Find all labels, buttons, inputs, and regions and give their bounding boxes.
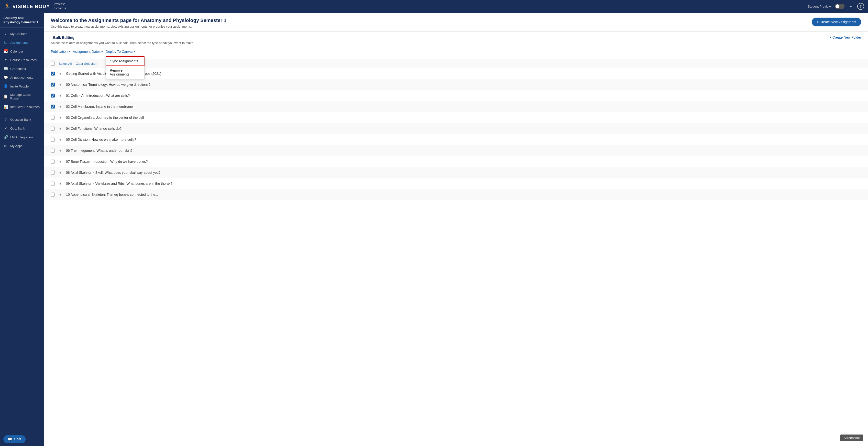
sidebar-item-gradebook[interactable]: 📖 Gradebook [0, 64, 44, 73]
row-expand-icon[interactable]: + [58, 192, 63, 197]
assignment-row: +02 Cell Membrane: Insane in the membran… [44, 101, 868, 112]
header-left: 🏃 VISIBLE BODY Professo E-mail: ja [4, 2, 66, 10]
row-expand-icon[interactable]: + [58, 181, 63, 186]
sidebar-item-course-resources[interactable]: ≡ Course Resources [0, 56, 44, 64]
assignment-title: 07 Bone Tissue Introduction: Why do we h… [66, 160, 148, 163]
assignment-row: +10 Appendicular Skeleton: The leg bone'… [44, 189, 868, 200]
back-icon: ‹ [3, 32, 8, 36]
assignment-dates-button[interactable]: Assignment Dates ▾ [73, 48, 106, 55]
instructor-resources-icon: 📊 [3, 105, 8, 109]
row-expand-icon[interactable]: + [58, 170, 63, 175]
sidebar-item-assignments[interactable]: ☐ Assignments [0, 38, 44, 47]
sidebar-question-bank-label: Question Bank [10, 118, 31, 122]
row-checkbox[interactable] [51, 149, 55, 153]
sidebar-calendar-label: Calendar [10, 50, 23, 53]
quiz-bank-icon: ✓ [3, 126, 8, 130]
publication-arrow-icon: ▾ [69, 50, 70, 53]
row-expand-icon[interactable]: + [58, 104, 63, 109]
bulk-editing-section: - Bulk Editing Select the folders or ass… [44, 32, 868, 59]
chat-bubble-icon: 💬 [8, 437, 12, 441]
sidebar-item-lms-integration[interactable]: 🔗 LMS Integration [0, 133, 44, 141]
chat-label: Chat [14, 437, 21, 441]
page-title: Welcome to the Assignments page for Anat… [51, 18, 226, 23]
row-expand-icon[interactable]: + [58, 159, 63, 164]
row-checkbox[interactable] [51, 83, 55, 87]
assignment-title: 00 Anatomical Terminology: How do we giv… [66, 83, 150, 87]
sidebar-item-manage-roster[interactable]: 📋 Manage Class Roster [0, 91, 44, 102]
assignment-title: 03 Cell Organelles: Journey to the cente… [66, 116, 144, 120]
row-checkbox[interactable] [51, 137, 55, 141]
assignment-title: 09 Axial Skeleton - Vertebrae and Ribs: … [66, 182, 172, 186]
sidebar-lms-label: LMS Integration [10, 135, 33, 139]
row-checkbox[interactable] [51, 170, 55, 174]
publication-label: Publication [51, 50, 68, 54]
user-menu-icon[interactable]: ▾ [848, 4, 853, 9]
row-expand-icon[interactable]: + [58, 71, 63, 76]
logo: 🏃 VISIBLE BODY [4, 3, 50, 9]
sidebar-item-invite-people[interactable]: 👤 Invite People [0, 82, 44, 91]
help-button[interactable]: ? [857, 3, 864, 10]
row-checkbox[interactable] [51, 94, 55, 97]
sidebar-my-apps-label: My Apps [10, 144, 23, 148]
deploy-to-canvas-label: Deploy To Canvas [105, 50, 133, 54]
bulk-actions: Publication ▾ Assignment Dates ▾ Deploy … [51, 48, 861, 55]
question-bank-icon: ? [3, 118, 8, 122]
row-expand-icon[interactable]: + [58, 137, 63, 142]
page-subtitle: Use this page to create new assignments,… [51, 25, 226, 28]
assignment-row: +05 Cell Division: How do we make more c… [44, 134, 868, 145]
sidebar-gradebook-label: Gradebook [10, 67, 26, 71]
create-folder-button[interactable]: + Create New Folder [829, 35, 861, 39]
bulk-editing-title: - Bulk Editing [51, 35, 194, 40]
publication-button[interactable]: Publication ▾ [51, 48, 73, 55]
assignment-row: +01 Cells - An Introduction: What are ce… [44, 90, 868, 101]
sidebar: Anatomy and Physiology Semester 1 ‹ My C… [0, 13, 44, 446]
header-checkbox[interactable] [51, 62, 55, 65]
sidebar-divider [0, 113, 44, 114]
logo-figure: 🏃 [4, 3, 10, 9]
clear-selection-button[interactable]: Clear Selection [75, 62, 97, 65]
gradebook-icon: 📖 [3, 66, 8, 71]
assignment-dates-arrow-icon: ▾ [101, 50, 103, 53]
content-area: Welcome to the Assignments page for Anat… [44, 13, 868, 446]
row-checkbox[interactable] [51, 127, 55, 130]
remove-assignments-item[interactable]: Remove Assignments [106, 66, 145, 79]
sidebar-item-my-courses[interactable]: ‹ My Courses [0, 30, 44, 38]
select-all-button[interactable]: Select All [59, 62, 72, 65]
sidebar-item-calendar[interactable]: 📅 Calendar [0, 47, 44, 56]
sync-assignments-item[interactable]: Sync Assignments [106, 56, 145, 66]
assignment-dates-label: Assignment Dates [73, 50, 101, 54]
bulk-editing-left: - Bulk Editing Select the folders or ass… [51, 35, 194, 48]
row-checkbox[interactable] [51, 116, 55, 120]
row-checkbox[interactable] [51, 160, 55, 163]
row-checkbox[interactable] [51, 72, 55, 75]
student-preview-toggle[interactable] [835, 4, 844, 9]
manage-roster-icon: 📋 [3, 94, 8, 99]
row-expand-icon[interactable]: + [58, 148, 63, 153]
sidebar-bottom: 💬 Chat [0, 432, 44, 446]
assignment-row: +03 Cell Organelles: Journey to the cent… [44, 112, 868, 123]
sidebar-item-instructor-resources[interactable]: 📊 Instructor Resources [0, 102, 44, 111]
bulk-editing-subtitle: Select the folders or assignments you wa… [51, 41, 194, 45]
assignment-row: +09 Axial Skeleton - Vertebrae and Ribs:… [44, 178, 868, 189]
assignment-row: +06 The Integument: What is under our sk… [44, 145, 868, 156]
sidebar-course-resources-label: Course Resources [10, 58, 37, 62]
sidebar-item-announcements[interactable]: 💬 Announcements [0, 73, 44, 82]
sidebar-course-name: Anatomy and Physiology Semester 1 [0, 13, 44, 28]
sidebar-item-question-bank[interactable]: ? Question Bank [0, 115, 44, 124]
sidebar-item-quiz-bank[interactable]: ✓ Quiz Bank [0, 124, 44, 133]
row-expand-icon[interactable]: + [58, 115, 63, 120]
create-assignment-button[interactable]: + Create New Assignment [812, 18, 861, 26]
row-expand-icon[interactable]: + [58, 93, 63, 98]
main-layout: Anatomy and Physiology Semester 1 ‹ My C… [0, 13, 868, 446]
row-checkbox[interactable] [51, 182, 55, 186]
row-expand-icon[interactable]: + [58, 126, 63, 131]
chat-button[interactable]: 💬 Chat [3, 435, 26, 443]
sidebar-item-my-apps[interactable]: ⊞ My Apps [0, 141, 44, 150]
deploy-to-canvas-button[interactable]: Deploy To Canvas ▾ [105, 48, 138, 55]
row-checkbox[interactable] [51, 193, 55, 196]
assignments-icon: ☐ [3, 40, 8, 45]
content-header: Welcome to the Assignments page for Anat… [44, 13, 868, 32]
row-expand-icon[interactable]: + [58, 82, 63, 87]
row-checkbox[interactable] [51, 105, 55, 108]
lms-icon: 🔗 [3, 135, 8, 139]
